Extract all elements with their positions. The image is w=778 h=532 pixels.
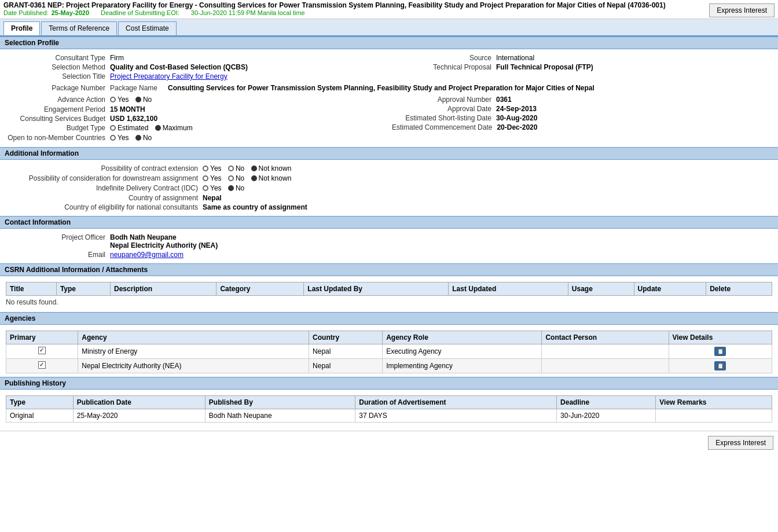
csrn-col-category: Category: [216, 282, 304, 296]
agency-contact-1: [542, 359, 669, 373]
commencement-date-label: Estimated Commencement Date: [392, 123, 497, 131]
ph-col-pubdate: Publication Date: [73, 396, 205, 409]
email-label: Email: [6, 251, 110, 259]
csrn-col-lastupdatedby: Last Updated By: [304, 282, 449, 296]
open-non-member-radios: Yes No: [110, 134, 156, 142]
ph-deadline-0: 30-Jun-2020: [557, 409, 656, 423]
engagement-period-label: Engagement Period: [6, 105, 110, 113]
agencies-row-0: Ministry of Energy Nepal Executing Agenc…: [6, 344, 772, 359]
project-officer-info: Bodh Nath Neupane Nepal Electricity Auth…: [110, 233, 218, 250]
consulting-budget-value: USD 1,632,100: [110, 115, 157, 123]
csrn-col-type: Type: [56, 282, 110, 296]
publishing-history-section: Publishing History Type Publication Date…: [0, 377, 778, 426]
open-no-radio[interactable]: [135, 135, 141, 141]
idc-label: Indefinite Delivery Contract (IDC): [6, 184, 203, 192]
contract-extension-label: Possibility of contract extension: [6, 164, 203, 173]
technical-proposal-value: Full Technical Proposal (FTP): [496, 63, 593, 71]
agency-name-1: Nepal Electricity Authority (NEA): [78, 359, 309, 373]
date-label: Date Published:: [3, 9, 49, 16]
selection-title-value: Project Preparatory Facility for Energy: [110, 72, 227, 80]
agency-role-0: Executing Agency: [383, 344, 542, 359]
ce-notknown-radio[interactable]: [251, 166, 257, 171]
advance-action-no-radio[interactable]: [135, 97, 141, 102]
tab-cost-estimate[interactable]: Cost Estimate: [118, 21, 177, 35]
tab-terms-of-reference[interactable]: Terms of Reference: [41, 21, 117, 35]
approval-number-label: Approval Number: [392, 96, 496, 104]
country-assignment-value: Nepal: [203, 194, 222, 202]
budget-type-label: Budget Type: [6, 124, 110, 132]
ph-remarks-0: [656, 409, 772, 423]
agencies-col-contact: Contact Person: [542, 331, 669, 344]
technical-proposal-label: Technical Proposal: [392, 63, 496, 71]
downstream-radios: Yes No Not known: [203, 174, 296, 183]
agencies-header: Agencies: [0, 312, 778, 325]
tab-profile[interactable]: Profile: [3, 21, 40, 35]
agency-name-0: Ministry of Energy: [78, 344, 309, 359]
csrn-col-delete: Delete: [706, 282, 772, 296]
ph-col-deadline: Deadline: [557, 396, 656, 409]
agency-country-1: Nepal: [309, 359, 383, 373]
source-value: International: [496, 54, 534, 62]
shortlisting-date-value: 30-Aug-2020: [496, 114, 537, 122]
ds-no-radio[interactable]: [228, 175, 234, 181]
express-interest-bottom-button[interactable]: Express Interest: [708, 436, 773, 450]
additional-info-header: Additional Information: [0, 147, 778, 160]
package-name-label: Package Name: [110, 84, 168, 92]
agencies-col-role: Agency Role: [383, 331, 542, 344]
consultant-type-label: Consultant Type: [6, 54, 110, 62]
agency-primary-0: [6, 344, 78, 359]
csrn-section: CSRN Additional Information / Attachment…: [0, 263, 778, 312]
budget-type-radios: Estimated Maximum: [110, 124, 197, 133]
idc-no-radio[interactable]: [228, 185, 234, 191]
agencies-col-view: View Details: [669, 331, 772, 344]
csrn-col-lastupdated: Last Updated: [449, 282, 568, 296]
budget-estimated-radio[interactable]: [110, 125, 116, 131]
agency-view-1[interactable]: 📋: [669, 359, 772, 373]
agencies-table: Primary Agency Country Agency Role Conta…: [6, 331, 772, 373]
express-interest-top-button[interactable]: Express Interest: [709, 3, 775, 17]
approval-date-label: Approval Date: [392, 105, 496, 113]
ds-yes-radio[interactable]: [203, 175, 208, 181]
advance-action-label: Advance Action: [6, 96, 110, 104]
agencies-col-primary: Primary: [6, 331, 78, 344]
deadline-value: 30-Jun-2020 11:59 PM Manila local time: [191, 9, 305, 16]
ce-yes-radio[interactable]: [203, 166, 208, 171]
approval-number-value: 0361: [496, 96, 512, 104]
bottom-bar: Express Interest: [0, 431, 778, 454]
agency-primary-1: [6, 359, 78, 373]
agency-contact-0: [542, 344, 669, 359]
commencement-date-value: 20-Dec-2020: [497, 123, 537, 131]
ph-col-duration: Duration of Advertisement: [355, 396, 557, 409]
open-yes-radio[interactable]: [110, 135, 116, 141]
csrn-no-results: No results found.: [6, 296, 772, 309]
idc-radios: Yes No: [203, 184, 249, 193]
selection-title-label: Selection Title: [6, 72, 110, 80]
country-assignment-label: Country of assignment: [6, 194, 203, 202]
ds-notknown-radio[interactable]: [251, 175, 257, 181]
agency-view-0[interactable]: 📋: [669, 344, 772, 359]
additional-info-section: Additional Information Possibility of co…: [0, 147, 778, 216]
advance-action-yes-radio[interactable]: [110, 97, 116, 102]
ph-publishedby-0: Bodh Nath Neupane: [205, 409, 355, 423]
project-officer-label: Project Officer: [6, 233, 110, 241]
country-eligibility-label: Country of eligibility for national cons…: [6, 203, 203, 211]
selection-method-label: Selection Method: [6, 63, 110, 71]
agencies-col-country: Country: [309, 331, 383, 344]
budget-maximum-radio[interactable]: [155, 125, 161, 131]
csrn-table: Title Type Description Category Last Upd…: [6, 282, 772, 296]
publishing-history-table: Type Publication Date Published By Durat…: [6, 395, 772, 423]
open-non-member-label: Open to non-Member Countries: [6, 134, 110, 142]
email-value[interactable]: neupane09@gmail.com: [110, 251, 184, 259]
idc-yes-radio[interactable]: [203, 185, 208, 191]
advance-action-radios: Yes No: [110, 96, 156, 104]
publishing-history-header: Publishing History: [0, 377, 778, 390]
csrn-col-update: Update: [634, 282, 706, 296]
agency-role-1: Implementing Agency: [383, 359, 542, 373]
ph-col-remarks: View Remarks: [656, 396, 772, 409]
csrn-col-title: Title: [6, 282, 57, 296]
consulting-budget-label: Consulting Services Budget: [6, 115, 110, 123]
engagement-period-value: 15 MONTH: [110, 105, 145, 113]
ph-type-0: Original: [6, 409, 74, 423]
ce-no-radio[interactable]: [228, 166, 234, 171]
project-officer-name: Bodh Nath Neupane: [110, 233, 177, 241]
